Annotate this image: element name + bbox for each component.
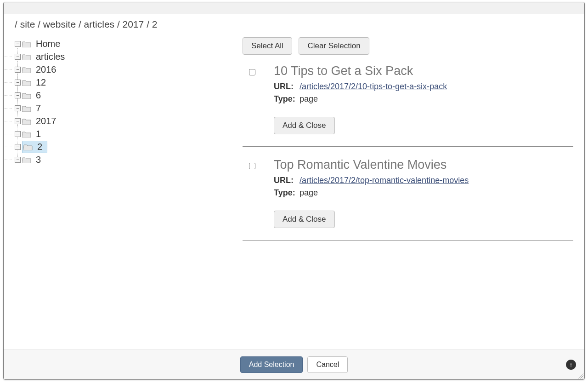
breadcrumb: / site / website / articles / 2017 / 2 [4, 14, 584, 32]
item-url-link[interactable]: /articles/2017/2/top-romantic-valentine-… [300, 176, 469, 185]
tree-label-2017[interactable]: 2017 [34, 116, 58, 126]
tree-node-2017[interactable]: − 2017 [15, 115, 233, 166]
collapse-icon[interactable]: − [15, 92, 21, 98]
type-label: Type: [274, 94, 300, 104]
url-label: URL: [274, 82, 300, 92]
item-checkbox[interactable] [249, 69, 255, 75]
tree-node-home[interactable]: − Home − articles [15, 37, 233, 166]
tree-label-7[interactable]: 7 [34, 103, 43, 114]
clear-selection-button[interactable]: Clear Selection [299, 37, 369, 55]
folder-icon [22, 92, 31, 99]
content-pane: Select All Clear Selection 10 Tips to Ge… [233, 32, 584, 350]
add-selection-button[interactable]: Add Selection [240, 356, 303, 373]
folder-icon [22, 53, 31, 60]
cancel-button[interactable]: Cancel [307, 356, 348, 373]
tree-label-12[interactable]: 12 [34, 77, 48, 88]
tree-label-2016[interactable]: 2016 [34, 64, 58, 75]
url-label: URL: [274, 176, 300, 185]
item-title: 10 Tips to Get a Six Pack [274, 64, 413, 78]
tree-label-3[interactable]: 3 [34, 155, 43, 165]
tree-node-2[interactable]: − 2 [15, 140, 233, 153]
collapse-icon[interactable]: − [15, 105, 21, 111]
tree-label-home[interactable]: Home [34, 39, 62, 49]
tree-node-7[interactable]: − 7 [15, 102, 233, 115]
item-checkbox[interactable] [249, 163, 255, 169]
arrow-up-icon: ↑ [570, 361, 573, 368]
dialog-footer: Add Selection Cancel ↑ [4, 350, 584, 379]
item-type: page [300, 188, 318, 198]
item-url-link[interactable]: /articles/2017/2/10-tips-to-get-a-six-pa… [300, 82, 447, 91]
tree-label-1[interactable]: 1 [34, 129, 43, 139]
item-type: page [300, 94, 318, 104]
add-and-close-button[interactable]: Add & Close [274, 117, 335, 134]
select-all-button[interactable]: Select All [243, 37, 292, 55]
add-and-close-button[interactable]: Add & Close [274, 211, 335, 228]
folder-icon [22, 131, 31, 138]
toolbar: Select All Clear Selection [243, 37, 573, 55]
tree-node-6[interactable]: − 6 [15, 89, 233, 102]
collapse-icon[interactable]: − [15, 54, 21, 60]
item-title: Top Romantic Valentine Movies [274, 158, 447, 172]
resize-grip[interactable] [578, 373, 583, 378]
folder-icon [22, 118, 31, 125]
folder-icon [22, 105, 31, 112]
tree-node-2016[interactable]: − 2016 [15, 63, 233, 115]
collapse-icon[interactable]: − [15, 144, 21, 150]
tree-label-6[interactable]: 6 [34, 90, 43, 101]
collapse-icon[interactable]: − [15, 157, 21, 163]
folder-icon [23, 143, 33, 150]
dialog-body: − Home − articles [4, 32, 584, 350]
list-item: 10 Tips to Get a Six Pack URL: /articles… [243, 64, 573, 147]
type-label: Type: [274, 188, 300, 198]
collapse-icon[interactable]: − [15, 80, 21, 86]
collapse-icon[interactable]: − [15, 41, 21, 47]
folder-icon [22, 66, 31, 73]
folder-icon [22, 40, 31, 47]
collapse-icon[interactable]: − [15, 118, 21, 124]
tree-node-1[interactable]: − 1 [15, 127, 233, 140]
dialog-header [4, 2, 584, 14]
collapse-icon[interactable]: − [15, 131, 21, 137]
dialog: / site / website / articles / 2017 / 2 −… [3, 2, 585, 380]
tree-label-2[interactable]: 2 [35, 142, 44, 152]
folder-icon [22, 79, 31, 86]
collapse-icon[interactable]: − [15, 67, 21, 73]
tree-label-articles[interactable]: articles [34, 52, 67, 62]
tree-pane: − Home − articles [4, 32, 233, 350]
tree-node-12[interactable]: − 12 [15, 76, 233, 89]
list-item: Top Romantic Valentine Movies URL: /arti… [243, 158, 573, 241]
tree-node-articles[interactable]: − articles − [15, 50, 233, 166]
tree-node-3[interactable]: − 3 [15, 153, 233, 166]
scroll-to-top-button[interactable]: ↑ [566, 360, 576, 370]
folder-icon [22, 156, 31, 163]
